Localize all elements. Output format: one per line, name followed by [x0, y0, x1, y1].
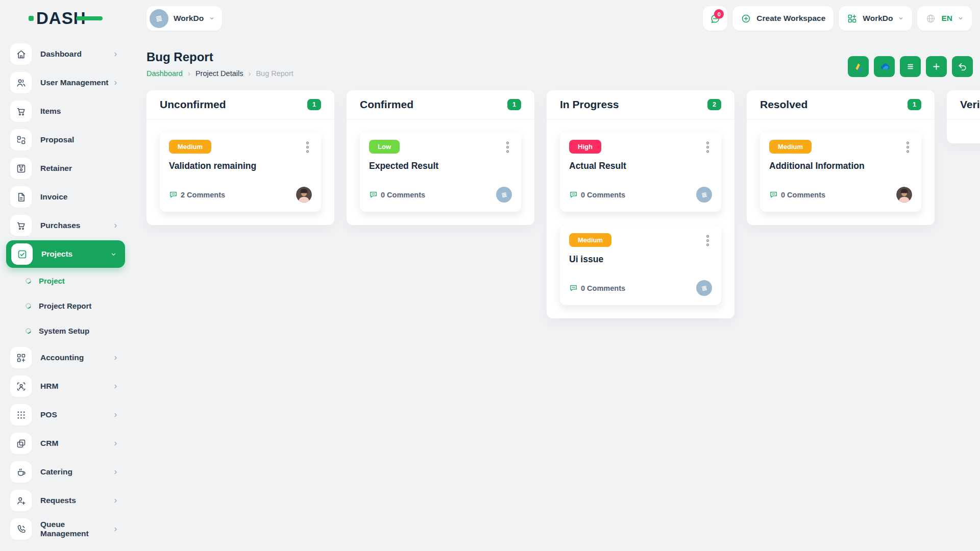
- sidebar-item-invoice[interactable]: Invoice: [0, 183, 131, 211]
- workspace-avatar: [150, 9, 168, 28]
- sidebar-item-retainer[interactable]: Retainer: [0, 154, 131, 183]
- sidebar-item-projects[interactable]: Projects: [6, 240, 125, 268]
- kanban-board: Unconfirmed 1 Medium Validation remainin…: [146, 90, 980, 318]
- card-menu-button[interactable]: [703, 233, 712, 248]
- sidebar-item-crm[interactable]: CRM: [0, 429, 131, 458]
- sidebar-subitem-label: System Setup: [39, 327, 89, 335]
- assignee-avatar: [896, 187, 912, 203]
- sidebar-item-dashboard[interactable]: Dashboard: [0, 40, 131, 68]
- person-photo: [296, 187, 312, 203]
- column-title: Confirmed: [360, 98, 413, 111]
- users-icon: [10, 72, 32, 93]
- add-button[interactable]: [926, 56, 947, 77]
- kebab-menu-icon: [705, 234, 710, 247]
- app-switcher-button[interactable]: WorkDo: [839, 6, 912, 31]
- globe-icon: [925, 13, 936, 24]
- kebab-menu-icon: [505, 141, 510, 154]
- kanban-card[interactable]: Medium Additional Information 0 Comments: [760, 132, 921, 212]
- comments-count: 0 Comments: [769, 190, 825, 199]
- chevron-right-icon: [112, 497, 119, 504]
- workspace-logo: [700, 284, 709, 293]
- priority-badge: Medium: [769, 140, 812, 154]
- sidebar-item-user-management[interactable]: User Management: [0, 68, 131, 97]
- column-title: In Progress: [560, 98, 619, 111]
- onedrive-button[interactable]: [874, 56, 895, 77]
- breadcrumb-current: Bug Report: [256, 69, 293, 78]
- sidebar-item-purchases[interactable]: Purchases: [0, 211, 131, 240]
- card-menu-button[interactable]: [303, 140, 312, 155]
- kanban-column-verified: Verified: [947, 90, 980, 143]
- checkbox-icon: [11, 243, 33, 265]
- grid-plus-icon: [847, 13, 857, 24]
- chevron-right-icon: [112, 440, 119, 447]
- cart-icon: [10, 215, 32, 236]
- chevron-down-icon: [110, 251, 117, 258]
- comment-icon: [769, 190, 778, 199]
- sidebar-item-hrm[interactable]: HRM: [0, 372, 131, 400]
- page-title: Bug Report: [146, 50, 293, 64]
- workspace-logo: [700, 190, 709, 199]
- sidebar-item-catering[interactable]: Catering: [0, 458, 131, 486]
- create-workspace-label: Create Workspace: [756, 14, 825, 23]
- sidebar-item-pos[interactable]: POS: [0, 400, 131, 429]
- card-menu-button[interactable]: [703, 140, 712, 155]
- column-count-badge: 1: [507, 99, 521, 110]
- comment-icon: [169, 190, 178, 199]
- person-focus-icon: [10, 375, 32, 397]
- kanban-card[interactable]: Medium Validation remaining 2 Comments: [160, 132, 321, 212]
- sidebar-item-label: Catering: [40, 467, 112, 477]
- card-title: Ui issue: [569, 254, 712, 265]
- google-drive-button[interactable]: [848, 56, 869, 77]
- chevron-down-icon: [209, 15, 215, 21]
- kanban-card[interactable]: High Actual Result 0 Comments: [560, 132, 721, 212]
- app-logo[interactable]: DASH: [0, 0, 131, 37]
- create-workspace-button[interactable]: Create Workspace: [732, 6, 834, 31]
- kanban-card[interactable]: Low Expected Result 0 Comments: [360, 132, 521, 212]
- list-view-button[interactable]: [900, 56, 921, 77]
- person-add-icon: [10, 490, 32, 511]
- chevron-down-icon: [898, 15, 904, 21]
- breadcrumb-dashboard-link[interactable]: Dashboard: [146, 69, 183, 78]
- document-icon: [10, 186, 32, 208]
- workspace-selector[interactable]: WorkDo: [146, 6, 222, 31]
- assignee-avatar: [296, 187, 312, 203]
- sidebar-item-requests[interactable]: Requests: [0, 486, 131, 515]
- sidebar-item-label: CRM: [40, 439, 112, 448]
- sidebar-item-label: Proposal: [40, 135, 119, 144]
- sidebar-subitem-project-report[interactable]: Project Report: [0, 293, 131, 318]
- kebab-menu-icon: [305, 141, 310, 154]
- breadcrumb-project-details-link[interactable]: Project Details: [195, 69, 243, 78]
- sidebar-item-accounting[interactable]: Accounting: [0, 343, 131, 372]
- sidebar-item-queue-management[interactable]: Queue Management: [0, 515, 131, 543]
- notification-badge: 0: [714, 9, 724, 19]
- back-button[interactable]: [952, 56, 973, 77]
- priority-badge: High: [569, 140, 601, 154]
- kanban-column-in-progress: In Progress 2 High Actual Result 0 Comme…: [547, 90, 734, 318]
- sidebar: DASH Dashboard User Management Items Pro…: [0, 0, 131, 551]
- sidebar-item-proposal[interactable]: Proposal: [0, 126, 131, 154]
- column-count-badge: 1: [908, 99, 921, 110]
- card-title: Validation remaining: [169, 161, 312, 171]
- kanban-card[interactable]: Medium Ui issue 0 Comments: [560, 225, 721, 305]
- card-title: Expected Result: [369, 161, 512, 171]
- messages-button[interactable]: 0: [703, 6, 727, 31]
- card-title: Additional Information: [769, 161, 912, 171]
- sidebar-item-items[interactable]: Items: [0, 97, 131, 126]
- undo-icon: [957, 61, 968, 72]
- comments-count: 0 Comments: [569, 190, 625, 199]
- home-icon: [10, 43, 32, 65]
- grid-plus-icon: [10, 347, 32, 368]
- language-selector[interactable]: EN: [917, 6, 972, 31]
- chevron-right-icon: [112, 469, 119, 475]
- sidebar-item-label: User Management: [40, 78, 112, 87]
- sidebar-item-label: Items: [40, 107, 119, 116]
- card-menu-button[interactable]: [903, 140, 912, 155]
- priority-badge: Low: [369, 140, 400, 154]
- sidebar-subitem-project[interactable]: Project: [0, 268, 131, 293]
- language-label: EN: [941, 14, 952, 23]
- sidebar-subitem-system-setup[interactable]: System Setup: [0, 318, 131, 343]
- kanban-column-confirmed: Confirmed 1 Low Expected Result 0 Commen…: [347, 90, 534, 225]
- card-menu-button[interactable]: [503, 140, 512, 155]
- phone-icon: [10, 518, 32, 540]
- chevron-down-icon: [958, 15, 964, 21]
